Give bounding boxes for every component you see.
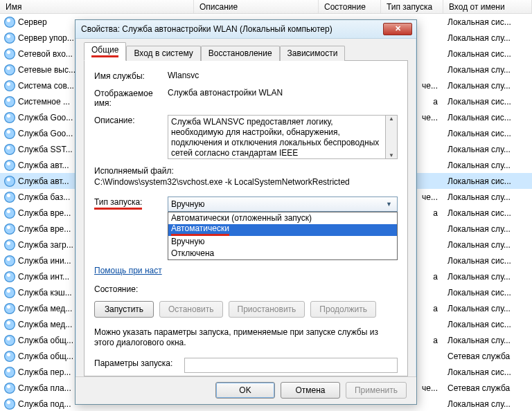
service-logon: Локальная сис...: [442, 129, 532, 138]
scroll-up-icon[interactable]: ▲: [386, 116, 397, 122]
start-params-input[interactable]: [184, 358, 398, 373]
gear-icon: [4, 335, 15, 346]
gear-icon: [4, 128, 15, 139]
startup-option-auto[interactable]: Автоматически: [168, 224, 397, 236]
tab-general[interactable]: Общие: [84, 42, 126, 61]
col-state[interactable]: Состояние: [319, 0, 381, 13]
service-logon: Локальная сис...: [442, 49, 532, 59]
service-logon: Локальная слу...: [442, 272, 532, 282]
window-title: Свойства: Служба автонастройки WLAN (Лок…: [81, 24, 383, 34]
service-logon: Сетевая служба: [442, 383, 532, 393]
service-logon: Локальная сис...: [442, 17, 532, 27]
note-text: Можно указать параметры запуска, применя…: [94, 327, 398, 348]
pause-button: Приостановить: [229, 301, 305, 318]
tab-deps[interactable]: Зависимости: [280, 46, 346, 61]
row-tail: а: [433, 208, 442, 218]
cancel-button[interactable]: Отмена: [281, 382, 340, 399]
tab-logon[interactable]: Вход в систему: [126, 46, 200, 61]
service-logon: Локальная слу...: [442, 81, 532, 91]
gear-icon: [4, 192, 15, 203]
gear-icon: [4, 112, 15, 123]
service-logon: Локальная слу...: [442, 304, 532, 313]
label-display-name: Отображаемое имя:: [94, 88, 168, 108]
row-tail: че...: [422, 113, 442, 122]
service-logon: Локальная слу...: [442, 145, 532, 154]
gear-icon: [4, 64, 15, 75]
service-logon: Локальная слу...: [442, 33, 532, 43]
startup-type-dropdown: Автоматически (отложенный запуск) Автома…: [168, 212, 398, 260]
close-icon: ✕: [395, 24, 401, 33]
tabs: Общие Вход в систему Восстановление Зави…: [84, 44, 408, 61]
service-logon: Локальная сис...: [442, 256, 532, 266]
gear-icon: [4, 80, 15, 91]
gear-icon: [4, 223, 15, 235]
row-tail: а: [433, 272, 442, 282]
column-headers: Имя Описание Состояние Тип запуска Вход …: [0, 0, 532, 14]
service-logon: Локальная сис...: [442, 113, 532, 122]
row-tail: че...: [422, 81, 442, 91]
col-desc[interactable]: Описание: [194, 0, 319, 13]
value-state: [168, 284, 398, 294]
gear-icon: [4, 287, 15, 298]
startup-option-manual[interactable]: Вручную: [168, 236, 397, 248]
titlebar[interactable]: Свойства: Служба автонастройки WLAN (Лок…: [76, 20, 416, 39]
service-logon: Локальная сис...: [442, 288, 532, 298]
startup-type-current: Вручную: [171, 199, 204, 209]
gear-icon: [4, 399, 15, 410]
service-logon: Локальная слу...: [442, 240, 532, 250]
gear-icon: [4, 176, 15, 187]
gear-icon: [4, 319, 15, 330]
gear-icon: [4, 271, 15, 282]
value-service-name: Wlansvc: [168, 71, 398, 81]
scroll-down-icon[interactable]: ▼: [386, 152, 397, 158]
gear-icon: [4, 160, 15, 171]
tab-general-page: Имя службы: Wlansvc Отображаемое имя: Сл…: [84, 61, 408, 376]
gear-icon: [4, 33, 15, 44]
service-logon: Локальная сис...: [442, 367, 532, 377]
resume-button: Продолжить: [310, 301, 376, 318]
label-state: Состояние:: [94, 284, 168, 294]
col-start[interactable]: Тип запуска: [381, 0, 443, 13]
value-display-name: Служба автонастройки WLAN: [168, 88, 398, 108]
service-logon: Локальная сис...: [442, 208, 532, 218]
service-properties-dialog: Свойства: Служба автонастройки WLAN (Лок…: [75, 19, 417, 405]
gear-icon: [4, 383, 15, 394]
tab-general-label: Общие: [91, 45, 118, 57]
label-start-params: Параметры запуска:: [94, 358, 184, 373]
label-executable: Исполняемый файл:: [94, 166, 398, 176]
row-tail: а: [433, 97, 442, 107]
service-logon: Локальная сис...: [442, 97, 532, 107]
row-tail: а: [433, 336, 442, 345]
value-executable: C:\Windows\system32\svchost.exe -k Local…: [94, 177, 398, 187]
control-buttons: Запустить Остановить Приостановить Продо…: [94, 301, 398, 318]
tab-recovery[interactable]: Восстановление: [201, 46, 280, 61]
service-logon: Локальная сис...: [442, 176, 532, 186]
gear-icon: [4, 144, 15, 155]
gear-icon: [4, 96, 15, 107]
description-scrollbar[interactable]: ▲ ▼: [386, 115, 398, 159]
help-link[interactable]: Помощь при наст: [94, 266, 162, 275]
startup-option-delayed[interactable]: Автоматически (отложенный запуск): [168, 212, 397, 224]
col-logon[interactable]: Вход от имени: [443, 0, 532, 13]
gear-icon: [4, 17, 15, 28]
close-button[interactable]: ✕: [383, 23, 412, 35]
row-tail: че...: [422, 383, 442, 393]
start-button[interactable]: Запустить: [94, 301, 154, 318]
row-tail: че...: [422, 192, 442, 202]
ok-button[interactable]: OK: [215, 382, 275, 399]
service-logon: Локальная слу...: [442, 224, 532, 234]
startup-type-combo[interactable]: Вручную ▼ Автоматически (отложенный запу…: [168, 197, 398, 212]
label-service-name: Имя службы:: [94, 71, 168, 81]
startup-option-disabled[interactable]: Отключена: [168, 248, 397, 259]
service-logon: Локальная слу...: [442, 399, 532, 409]
value-description: Служба WLANSVC предоставляет логику, нео…: [168, 115, 386, 159]
service-logon: Локальная слу...: [442, 161, 532, 170]
gear-icon: [4, 208, 15, 219]
gear-icon: [4, 351, 15, 362]
label-description: Описание:: [94, 115, 168, 159]
apply-button: Применить: [346, 382, 407, 399]
gear-icon: [4, 48, 15, 60]
gear-icon: [4, 367, 15, 378]
row-tail: а: [433, 304, 442, 313]
col-name[interactable]: Имя: [0, 0, 194, 13]
